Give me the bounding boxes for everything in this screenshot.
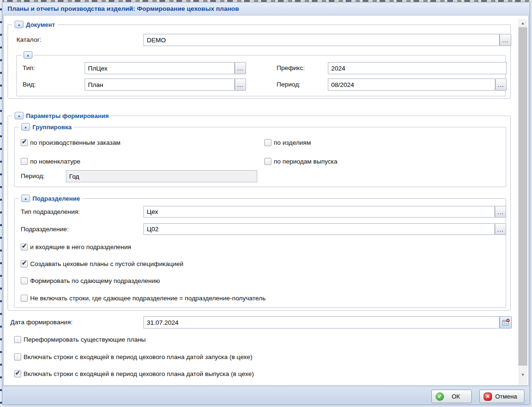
subdivision-type-input[interactable] bbox=[143, 206, 495, 218]
checkbox-include-launch-date[interactable]: ✔ bbox=[14, 353, 21, 360]
formation-date-input[interactable] bbox=[143, 316, 500, 329]
checkbox-create-empty-spec-label[interactable]: Создавать цеховые планы с пустой специфи… bbox=[30, 260, 183, 268]
checkbox-include-release-date-label[interactable]: Включать строки с входящей в период цехо… bbox=[24, 370, 254, 378]
checkbox-include-nested-label[interactable]: и входящие в него подразделения bbox=[30, 243, 131, 251]
checkbox-create-empty-spec[interactable]: ✔ bbox=[21, 260, 28, 267]
screen: Планы и отчеты производства изделий: Фор… bbox=[0, 0, 532, 407]
scroll-up-icon: ▲ bbox=[521, 21, 525, 25]
scrollbar[interactable]: ▲ ▼ bbox=[518, 19, 527, 385]
scrollbar-thumb[interactable] bbox=[518, 27, 527, 366]
kind-ellipsis-button[interactable]: ... bbox=[235, 78, 246, 91]
checkbox-by-release-periods-label[interactable]: по периодам выпуска bbox=[274, 157, 337, 165]
collapse-icon-document[interactable]: ▲ bbox=[15, 21, 24, 28]
cancel-icon: ✕ bbox=[484, 392, 492, 401]
checkbox-by-nomenclature-label[interactable]: по номенклатуре bbox=[30, 157, 80, 165]
legend-document-inner: ▲ bbox=[22, 51, 34, 59]
check-icon: ✔ bbox=[22, 138, 27, 145]
dialog-title: Планы и отчеты производства изделий: Фор… bbox=[8, 5, 239, 12]
checkbox-by-release-periods[interactable]: ✔ bbox=[264, 158, 271, 165]
checkbox-by-production-orders-label[interactable]: по производственным заказам bbox=[30, 139, 120, 147]
cancel-button-label: Отмена bbox=[492, 393, 520, 400]
collapse-icon-grouping[interactable]: ▲ bbox=[21, 123, 30, 131]
checkbox-reform-existing[interactable]: ✔ bbox=[14, 336, 21, 343]
collapse-icon-document-inner[interactable]: ▲ bbox=[24, 51, 32, 59]
scrollbar-down-button[interactable]: ▼ bbox=[518, 371, 527, 378]
legend-subdivision-text: Подразделение bbox=[32, 195, 80, 202]
checkbox-exclude-equal-label[interactable]: Не включать строки, где сдающее подразде… bbox=[30, 294, 266, 302]
grouping-period-label: Период: bbox=[21, 172, 45, 180]
subdivision-ellipsis-button[interactable]: ... bbox=[495, 223, 506, 235]
checkbox-reform-existing-label[interactable]: Переформировать существующие планы bbox=[24, 336, 146, 344]
formation-date-label: Дата формирования: bbox=[10, 319, 72, 326]
prefix-label: Префикс: bbox=[277, 64, 305, 72]
checkbox-by-delivering[interactable]: ✔ bbox=[21, 277, 28, 284]
collapse-icon-subdivision[interactable]: ▲ bbox=[21, 195, 30, 202]
calendar-icon bbox=[502, 319, 510, 326]
scrollbar-up-button[interactable]: ▲ bbox=[518, 19, 527, 27]
catalog-input[interactable] bbox=[143, 34, 500, 46]
type-input[interactable] bbox=[85, 62, 235, 74]
check-icon: ✔ bbox=[22, 243, 27, 250]
type-ellipsis-button[interactable]: ... bbox=[235, 62, 246, 74]
ok-icon: ✓ bbox=[436, 392, 444, 401]
doc-period-label: Период: bbox=[277, 81, 301, 88]
prefix-input[interactable] bbox=[328, 62, 507, 74]
grouping-period-input bbox=[66, 170, 257, 182]
legend-parameters-text: Параметры формирования bbox=[26, 112, 109, 119]
checkbox-include-release-date[interactable]: ✔ bbox=[14, 370, 21, 377]
formation-date-calendar-button[interactable] bbox=[500, 316, 512, 329]
subdivision-type-ellipsis-button[interactable]: ... bbox=[495, 206, 506, 218]
ok-button-label: ОК bbox=[444, 393, 468, 400]
catalog-label: Каталог: bbox=[16, 36, 41, 44]
type-label: Тип: bbox=[23, 64, 35, 72]
checkbox-exclude-equal[interactable]: ✔ bbox=[21, 295, 28, 302]
checkbox-by-delivering-label[interactable]: Формировать по сдающему подразделению bbox=[30, 277, 160, 285]
legend-document: ▲ Документ bbox=[12, 20, 57, 29]
checkbox-include-launch-date-label[interactable]: Включать строки с входящей в период цехо… bbox=[24, 353, 252, 361]
kind-label: Вид: bbox=[23, 81, 36, 88]
check-icon: ✔ bbox=[22, 259, 27, 266]
cancel-button[interactable]: ✕ Отмена bbox=[479, 390, 524, 403]
checkbox-by-products[interactable]: ✔ bbox=[264, 139, 271, 146]
checkbox-by-production-orders[interactable]: ✔ bbox=[21, 139, 28, 146]
collapse-icon-parameters[interactable]: ▲ bbox=[15, 112, 24, 119]
ok-button[interactable]: ✓ ОК bbox=[431, 390, 472, 403]
checkbox-by-nomenclature[interactable]: ✔ bbox=[21, 158, 28, 165]
legend-grouping-text: Группировка bbox=[32, 124, 71, 131]
legend-document-text: Документ bbox=[26, 21, 55, 28]
doc-period-input[interactable] bbox=[328, 78, 495, 91]
legend-subdivision: ▲ Подразделение bbox=[19, 194, 82, 203]
catalog-ellipsis-button[interactable]: ... bbox=[500, 34, 511, 46]
scroll-down-icon: ▼ bbox=[521, 373, 525, 377]
check-icon: ✔ bbox=[15, 369, 20, 376]
subdivision-input[interactable] bbox=[143, 223, 495, 235]
legend-grouping: ▲ Группировка bbox=[19, 123, 74, 131]
doc-period-ellipsis-button[interactable]: ... bbox=[495, 78, 507, 91]
subdivision-label: Подразделение: bbox=[21, 226, 69, 233]
kind-input[interactable] bbox=[85, 78, 235, 91]
dialog-titlebar[interactable]: Планы и отчеты производства изделий: Фор… bbox=[2, 2, 530, 15]
checkbox-by-products-label[interactable]: по изделиям bbox=[274, 139, 311, 147]
subdivision-type-label: Тип подразделения: bbox=[21, 208, 80, 216]
checkbox-include-nested[interactable]: ✔ bbox=[21, 243, 28, 250]
legend-parameters: ▲ Параметры формирования bbox=[12, 111, 111, 120]
